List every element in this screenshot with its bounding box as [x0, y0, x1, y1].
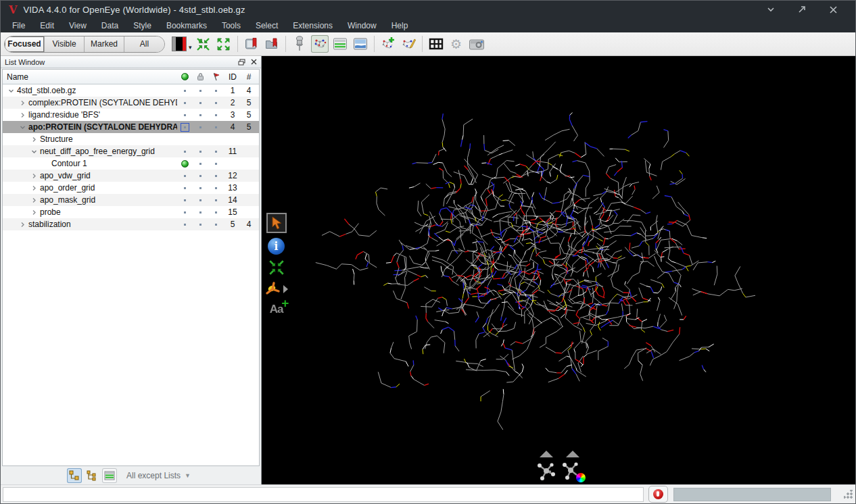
mark-cell[interactable]	[208, 187, 224, 189]
menu-extensions[interactable]: Extensions	[285, 20, 340, 32]
tree-row-label[interactable]: Contour 1	[49, 159, 87, 168]
settings-gear-button[interactable]: ⚙	[448, 35, 465, 53]
lock-cell[interactable]	[193, 199, 208, 201]
menu-data[interactable]: Data	[94, 20, 126, 32]
detail-tree-view-button[interactable]	[85, 468, 99, 483]
chevron-expanded-icon[interactable]	[7, 86, 15, 95]
tree-row[interactable]: ligand:residue 'BFS'35	[3, 109, 259, 121]
lock-cell[interactable]	[193, 175, 208, 177]
mark-cell[interactable]	[208, 163, 224, 165]
mark-cell[interactable]	[208, 102, 224, 104]
minimize-button[interactable]	[765, 3, 777, 16]
info-button[interactable]: i	[268, 238, 285, 255]
tree-row-label[interactable]: probe	[38, 207, 61, 217]
lock-cell[interactable]	[193, 187, 208, 189]
image-view-button[interactable]	[352, 35, 369, 53]
open-bookmark-folder-button[interactable]	[263, 35, 281, 53]
style-chip-caret-icon[interactable]: ▾	[189, 44, 192, 51]
column-count[interactable]: #	[241, 72, 256, 82]
mark-cell[interactable]	[208, 175, 224, 177]
close-panel-icon[interactable]	[249, 58, 258, 66]
tree-row[interactable]: apo_mask_grid14	[3, 194, 259, 206]
tree-row-label[interactable]: ligand:residue 'BFS'	[26, 110, 100, 120]
menu-view[interactable]: View	[62, 20, 94, 32]
scope-button-marked[interactable]: Marked	[85, 36, 124, 52]
tree-row[interactable]: apo_order_grid13	[3, 182, 259, 194]
lock-cell[interactable]	[193, 151, 208, 153]
molecule-canvas[interactable]	[262, 56, 855, 484]
grid-view-button[interactable]	[427, 35, 445, 53]
tree-row-label[interactable]: apo:PROTEIN (SCYTALONE DEHYDRA...	[26, 122, 177, 132]
menu-tools[interactable]: Tools	[214, 20, 248, 32]
tree-row-label[interactable]: apo_order_grid	[38, 183, 95, 193]
column-name[interactable]: Name	[3, 72, 177, 82]
molecule-2d-toggle-button[interactable]	[311, 35, 329, 53]
tree-view-button[interactable]	[67, 468, 82, 483]
menu-select[interactable]: Select	[248, 20, 285, 32]
lock-cell[interactable]	[193, 163, 208, 165]
tree-row-label[interactable]: apo_mask_grid	[38, 195, 95, 205]
float-panel-icon[interactable]	[237, 58, 246, 66]
lock-cell[interactable]	[193, 90, 208, 92]
tree-row-label[interactable]: Structure	[38, 134, 73, 144]
visible-cell[interactable]	[177, 102, 193, 104]
tree-row-label[interactable]: neut_diff_apo_free_energy_grid	[38, 147, 155, 156]
tree-row-label[interactable]: stabilization	[26, 220, 71, 229]
visible-cell[interactable]	[177, 211, 193, 213]
select-cursor-button[interactable]	[266, 213, 287, 233]
lock-cell[interactable]	[193, 126, 208, 128]
tree-row[interactable]: Structure	[3, 133, 259, 145]
visible-cell[interactable]	[177, 123, 193, 132]
lock-cell[interactable]	[193, 211, 208, 213]
mark-cell[interactable]	[208, 90, 224, 92]
tree-row-label[interactable]: 4std_stbl.oeb.gz	[15, 86, 76, 95]
add-annotation-button[interactable]: Aa+	[270, 303, 283, 316]
menu-window[interactable]: Window	[340, 20, 384, 32]
menu-help[interactable]: Help	[384, 20, 416, 32]
lock-cell[interactable]	[193, 102, 208, 104]
tree-row[interactable]: probe15	[3, 206, 259, 218]
spreadsheet-button[interactable]	[331, 35, 349, 53]
chevron-collapsed-icon[interactable]	[30, 208, 38, 216]
collapse-arrows-button[interactable]	[195, 35, 212, 53]
chevron-collapsed-icon[interactable]	[18, 220, 26, 228]
tree-row[interactable]: apo:PROTEIN (SCYTALONE DEHYDRA...45	[3, 121, 259, 133]
edit-molecule-button[interactable]	[400, 35, 417, 53]
expand-arrows-button[interactable]	[215, 35, 233, 53]
visible-cell[interactable]	[177, 175, 193, 177]
chevron-collapsed-icon[interactable]	[30, 135, 38, 143]
mark-cell[interactable]	[208, 126, 224, 128]
tree-row[interactable]: apo_vdw_grid12	[3, 170, 259, 182]
pin-button[interactable]	[291, 35, 308, 53]
chevron-expanded-icon[interactable]	[18, 123, 26, 131]
chevron-expanded-icon[interactable]	[30, 147, 38, 155]
camera-snapshot-button[interactable]	[468, 35, 485, 53]
display-style-popup-button[interactable]	[536, 451, 557, 482]
mark-cell[interactable]	[208, 224, 224, 226]
column-mark-icon[interactable]	[208, 72, 224, 81]
menu-bookmarks[interactable]: Bookmarks	[159, 20, 214, 32]
close-button[interactable]	[827, 3, 839, 16]
column-visible-icon[interactable]	[177, 73, 193, 80]
lock-cell[interactable]	[193, 114, 208, 116]
tree-row[interactable]: neut_diff_apo_free_energy_grid11	[3, 145, 259, 157]
build-molecule-button[interactable]	[379, 35, 397, 53]
style-color-chip-button[interactable]	[172, 36, 187, 51]
command-input[interactable]	[3, 487, 644, 502]
menu-edit[interactable]: Edit	[32, 20, 62, 32]
mark-cell[interactable]	[208, 151, 224, 153]
mark-cell[interactable]	[208, 199, 224, 201]
visible-cell[interactable]	[177, 90, 193, 92]
tree-row[interactable]: 4std_stbl.oeb.gz14	[3, 84, 259, 97]
tree-row[interactable]: stabilization54	[3, 218, 259, 230]
column-id[interactable]: ID	[224, 72, 241, 82]
table-view-button[interactable]	[102, 468, 117, 483]
chevron-collapsed-icon[interactable]	[30, 172, 38, 180]
menu-file[interactable]: File	[5, 20, 32, 32]
stop-button[interactable]	[648, 486, 668, 503]
visible-cell[interactable]	[177, 187, 193, 189]
tree-row[interactable]: Contour 1	[3, 157, 259, 170]
chevron-collapsed-icon[interactable]	[18, 99, 26, 107]
mark-cell[interactable]	[208, 211, 224, 213]
save-bookmark-button[interactable]	[243, 35, 260, 53]
